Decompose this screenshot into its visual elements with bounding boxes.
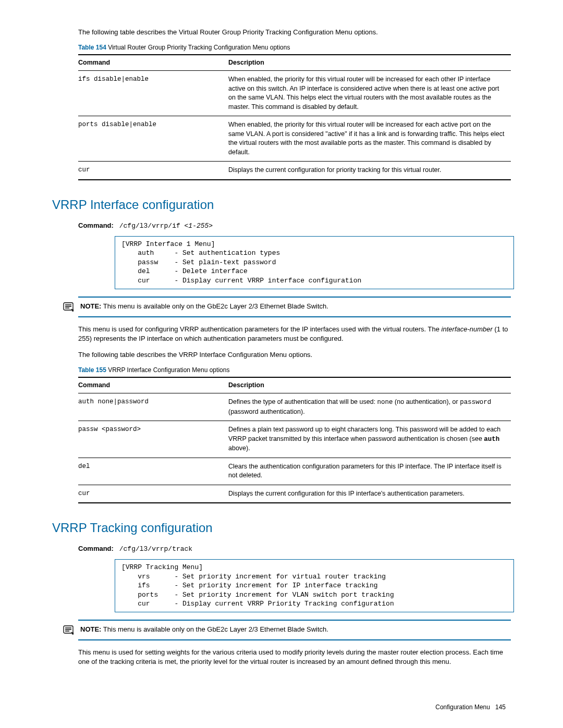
desc-cell: Defines a plain text password up to eigh… (228, 421, 511, 458)
desc-part: Defines a plain text password up to eigh… (228, 426, 500, 442)
inline-code: none (377, 399, 393, 406)
table-row: ports disable|enable When enabled, the p… (78, 116, 511, 162)
command-label: Command: (78, 545, 114, 552)
table-caption-text: VRRP Interface Configuration Menu option… (106, 366, 230, 374)
desc-cell: Defines the type of authentication that … (228, 393, 511, 421)
page-footer: Configuration Menu 145 (52, 703, 521, 712)
desc-cell: Displays the current configuration for t… (228, 485, 511, 503)
footer-section: Configuration Menu (435, 704, 490, 711)
table-row: ifs disable|enable When enabled, the pri… (78, 71, 511, 116)
menu-box-if: [VRRP Interface 1 Menu] auth - Set authe… (115, 236, 514, 289)
note-text: NOTE: This menu is available only on the… (80, 302, 328, 311)
command-line-track: Command: /cfg/l3/vrrp/track (78, 544, 521, 554)
table-label: Table 155 (78, 366, 106, 374)
table-label: Table 154 (78, 44, 106, 51)
cmd-cell: cur (78, 485, 228, 503)
table-row: del Clears the authentication configurat… (78, 458, 511, 485)
table-row: auth none|password Defines the type of a… (78, 393, 511, 421)
inline-code: auth (484, 436, 499, 443)
command-line-if: Command: /cfg/l3/vrrp/if <1-255> (78, 221, 521, 231)
inline-code: password (460, 399, 491, 406)
section-heading-tracking: VRRP Tracking configuration (52, 519, 521, 537)
intro-paragraph: The following table describes the VRRP I… (78, 350, 521, 360)
table-154: Command Description ifs disable|enable W… (78, 54, 511, 180)
desc-cell: When enabled, the priority for this virt… (228, 116, 511, 162)
cmd-cell: passw <password> (78, 421, 228, 458)
table-row: cur Displays the current configuration f… (78, 162, 511, 180)
col-description: Description (228, 55, 511, 71)
note-block-track: NOTE: This menu is available only on the… (78, 620, 511, 640)
desc-part: Defines the type of authentication that … (228, 398, 377, 405)
body-paragraph: This menu is used for configuring VRRP a… (78, 325, 511, 343)
command-label: Command: (78, 221, 114, 229)
cmd-cell: ifs disable|enable (78, 71, 228, 116)
note-label: NOTE: (80, 302, 101, 310)
para-part: This menu is used for configuring VRRP a… (78, 325, 442, 333)
table-row: passw <password> Defines a plain text pa… (78, 421, 511, 458)
menu-box-track: [VRRP Tracking Menu] vrs - Set priority … (115, 559, 514, 612)
note-text: NOTE: This menu is available only on the… (80, 625, 328, 634)
cmd-cell: ports disable|enable (78, 116, 228, 162)
desc-part: (no authentication), or (393, 398, 460, 405)
note-body: This menu is available only on the GbE2c… (101, 302, 328, 310)
note-icon (63, 302, 75, 312)
table-155: Command Description auth none|password D… (78, 377, 511, 504)
desc-part: above). (228, 445, 250, 452)
note-block-if: NOTE: This menu is available only on the… (78, 297, 511, 317)
desc-cell: Clears the authentication configuration … (228, 458, 511, 485)
col-command: Command (78, 55, 228, 71)
table-caption-154: Table 154 Virtual Router Group Priority … (78, 43, 521, 52)
table-caption-155: Table 155 VRRP Interface Configuration M… (78, 366, 521, 375)
intro-paragraph: The following table describes the Virtua… (78, 28, 521, 37)
section-heading-interface: VRRP Interface configuration (52, 196, 521, 214)
desc-cell: When enabled, the priority for this virt… (228, 71, 511, 116)
note-label: NOTE: (80, 625, 101, 633)
cmd-cell: cur (78, 162, 228, 180)
cmd-cell: auth none|password (78, 393, 228, 421)
footer-page: 145 (495, 704, 506, 711)
desc-part: (password authentication). (228, 408, 305, 415)
note-icon (63, 625, 75, 635)
col-description: Description (228, 377, 511, 393)
command-value: /cfg/l3/vrrp/if (119, 222, 185, 230)
italic-term: interface-number (442, 325, 493, 333)
col-command: Command (78, 377, 228, 393)
desc-cell: Displays the current configuration for p… (228, 162, 511, 180)
command-arg: <1-255> (185, 222, 213, 230)
command-value: /cfg/l3/vrrp/track (119, 545, 192, 553)
table-row: cur Displays the current configuration f… (78, 485, 511, 503)
table-caption-text: Virtual Router Group Priority Tracking C… (106, 44, 290, 51)
body-paragraph: This menu is used for setting weights fo… (78, 648, 511, 667)
cmd-cell: del (78, 458, 228, 485)
note-body: This menu is available only on the GbE2c… (101, 625, 328, 633)
